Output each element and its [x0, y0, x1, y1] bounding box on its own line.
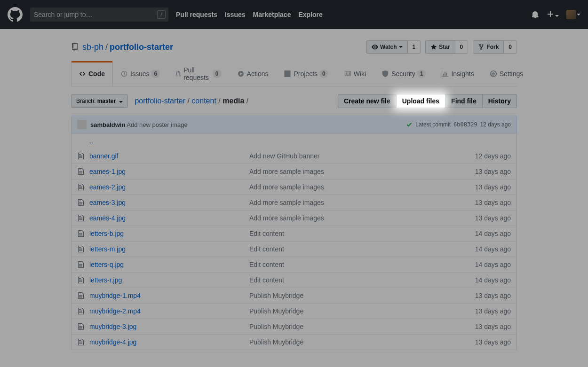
file-name-link[interactable]: eames-1.jpg: [89, 168, 249, 175]
breadcrumb-root[interactable]: portfolio-starter: [135, 97, 185, 105]
avatar-menu[interactable]: [566, 10, 580, 19]
nav-pull-requests[interactable]: Pull requests: [176, 11, 217, 18]
file-name-link[interactable]: muybridge-4.jpg: [89, 338, 249, 346]
author-avatar[interactable]: [77, 120, 87, 129]
plus-menu[interactable]: [547, 10, 559, 19]
create-file-button[interactable]: Create new file: [338, 94, 397, 108]
tab-insights[interactable]: Insights: [434, 61, 482, 86]
file-row: letters-q.jpgEdit content14 days ago: [72, 257, 516, 272]
tab-security[interactable]: Security1: [374, 61, 434, 86]
search-input[interactable]: [30, 8, 168, 22]
file-name-link[interactable]: letters-b.jpg: [89, 230, 249, 237]
file-age: 13 days ago: [440, 338, 511, 346]
breadcrumb-current: media: [222, 97, 244, 105]
file-icon: [77, 214, 85, 222]
nav-issues[interactable]: Issues: [225, 11, 246, 18]
file-icon: [77, 261, 85, 268]
eye-icon: [372, 44, 378, 50]
fork-button[interactable]: Fork: [473, 40, 504, 54]
owner-link[interactable]: sb-ph: [82, 42, 103, 52]
nav-marketplace[interactable]: Marketplace: [253, 11, 291, 18]
file-row: banner.gifAdd new GitHub banner12 days a…: [72, 148, 516, 164]
file-name-link[interactable]: muybridge-1.mp4: [89, 292, 249, 299]
file-name-link[interactable]: letters-m.jpg: [89, 245, 249, 253]
commit-message[interactable]: Add new poster image: [127, 121, 187, 128]
tab-code[interactable]: Code: [71, 61, 113, 86]
star-count[interactable]: 0: [455, 40, 469, 54]
file-commit-message[interactable]: Edit content: [249, 261, 440, 268]
repo-actions: Watch 1 Star 0 Fork 0: [366, 40, 517, 54]
tab-actions[interactable]: Actions: [230, 61, 277, 86]
file-icon: [77, 168, 85, 175]
repo-link[interactable]: portfolio-starter: [110, 42, 173, 52]
tab-pull-requests[interactable]: Pull requests0: [168, 61, 229, 86]
file-commit-message[interactable]: Edit content: [249, 276, 440, 284]
repo-tabs: Code Issues6 Pull requests0 Actions Proj…: [71, 61, 517, 86]
star-button[interactable]: Star: [425, 40, 455, 54]
file-age: 14 days ago: [440, 245, 511, 253]
file-name-link[interactable]: letters-q.jpg: [89, 261, 249, 268]
up-directory[interactable]: ..: [72, 133, 516, 148]
separator: /: [105, 42, 108, 52]
file-name-link[interactable]: muybridge-3.jpg: [89, 323, 249, 330]
watch-count[interactable]: 1: [408, 40, 421, 54]
file-commit-message[interactable]: Publish Muybridge: [249, 323, 440, 330]
file-commit-message[interactable]: Publish Muybridge: [249, 338, 440, 346]
file-row: eames-2.jpgAdd more sample images13 days…: [72, 179, 516, 195]
file-name-link[interactable]: muybridge-2.mp4: [89, 307, 249, 315]
find-file-button[interactable]: Find file: [445, 94, 483, 108]
file-commit-message[interactable]: Add more sample images: [249, 199, 440, 206]
latest-commit-label: Latest commit: [415, 121, 451, 128]
upload-files-button[interactable]: Upload files: [396, 94, 445, 108]
breadcrumb-content[interactable]: content: [191, 97, 216, 105]
file-icon: [77, 183, 85, 191]
header-right: [532, 10, 580, 19]
file-commit-message[interactable]: Publish Muybridge: [249, 292, 440, 299]
file-name-link[interactable]: eames-4.jpg: [89, 214, 249, 222]
bell-icon[interactable]: [532, 11, 539, 18]
tab-issues[interactable]: Issues6: [113, 61, 168, 86]
file-icon: [77, 230, 85, 237]
github-logo-icon[interactable]: [8, 7, 23, 22]
book-icon: [344, 70, 351, 77]
file-commit-message[interactable]: Add more sample images: [249, 214, 440, 222]
search-box: /: [30, 8, 168, 22]
file-name-link[interactable]: eames-3.jpg: [89, 199, 249, 206]
header-nav: Pull requests Issues Marketplace Explore: [176, 11, 323, 18]
file-name-link[interactable]: banner.gif: [89, 152, 249, 160]
nav-explore[interactable]: Explore: [298, 11, 322, 18]
file-age: 13 days ago: [440, 168, 511, 175]
file-row: muybridge-3.jpgPublish Muybridge13 days …: [72, 319, 516, 334]
commit-hash[interactable]: 6b08329: [453, 121, 477, 128]
file-age: 14 days ago: [440, 230, 511, 237]
history-button[interactable]: History: [482, 94, 517, 108]
file-commit-message[interactable]: Edit content: [249, 230, 440, 237]
file-icon: [77, 323, 85, 330]
file-actions: Create new file Upload files Find file H…: [338, 94, 517, 108]
tab-settings[interactable]: Settings: [482, 61, 532, 86]
fork-count[interactable]: 0: [504, 40, 517, 54]
graph-icon: [442, 70, 448, 77]
tab-wiki[interactable]: Wiki: [336, 61, 374, 86]
file-commit-message[interactable]: Add new GitHub banner: [249, 152, 440, 160]
tab-projects[interactable]: Projects0: [276, 61, 336, 86]
play-icon: [238, 70, 244, 77]
star-icon: [430, 44, 437, 50]
commit-age: 12 days ago: [480, 121, 511, 128]
file-commit-message[interactable]: Add more sample images: [249, 168, 440, 175]
file-name-link[interactable]: letters-r.jpg: [89, 276, 249, 284]
file-row: eames-3.jpgAdd more sample images13 days…: [72, 195, 516, 210]
repo-head: sb-ph / portfolio-starter Watch 1 Star 0…: [71, 29, 517, 54]
file-commit-message[interactable]: Publish Muybridge: [249, 307, 440, 315]
file-commit-message[interactable]: Edit content: [249, 245, 440, 253]
avatar: [566, 10, 576, 19]
branch-select[interactable]: Branch: master: [71, 94, 128, 108]
code-icon: [79, 70, 86, 77]
watch-button[interactable]: Watch: [366, 40, 408, 54]
file-commit-message[interactable]: Add more sample images: [249, 183, 440, 191]
file-row: eames-1.jpgAdd more sample images13 days…: [72, 164, 516, 179]
global-header: / Pull requests Issues Marketplace Explo…: [0, 0, 588, 29]
author-link[interactable]: sambaldwin: [90, 121, 125, 128]
check-icon[interactable]: [406, 121, 413, 128]
file-name-link[interactable]: eames-2.jpg: [89, 183, 249, 191]
